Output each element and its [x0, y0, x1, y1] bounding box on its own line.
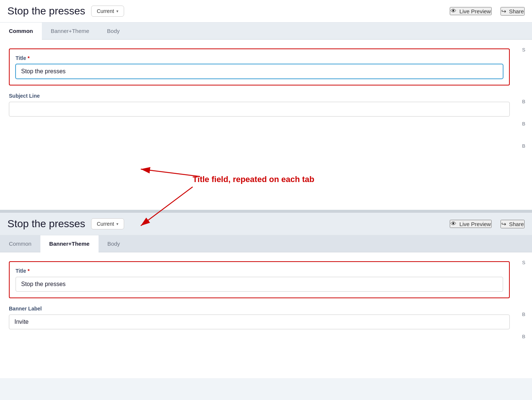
banner-label-group-2: Banner Label	[9, 306, 510, 329]
side-label-b4: B	[522, 312, 525, 317]
header-2: Stop the presses Current ▾ 👁 Live Previe…	[0, 213, 532, 235]
side-label-s2: S	[522, 260, 525, 265]
content-area-2: Title * Banner Label S B B	[0, 252, 532, 378]
arrow-svg	[0, 165, 532, 210]
share-label-1: Share	[509, 8, 524, 14]
tab-body-1[interactable]: Body	[98, 23, 129, 39]
header-1: Stop the presses Current ▾ 👁 Live Previe…	[0, 0, 532, 23]
annotation-label: Title field, repeated on each tab	[193, 175, 314, 184]
tab-common-1[interactable]: Common	[0, 23, 42, 40]
title-label-2: Title *	[16, 268, 503, 274]
share-icon-1: ↪	[501, 8, 506, 15]
live-preview-label-2: Live Preview	[459, 221, 491, 227]
tab-banner-theme-2[interactable]: Banner+Theme	[40, 235, 99, 252]
eye-icon-1: 👁	[450, 8, 456, 14]
title-label-1: Title *	[16, 55, 503, 61]
share-icon-2: ↪	[501, 221, 506, 228]
tabs-1: Common Banner+Theme Body	[0, 23, 532, 40]
svg-line-1	[141, 169, 200, 177]
current-label-2: Current	[97, 221, 114, 227]
side-label-s: S	[522, 47, 525, 53]
banner-label-label-2: Banner Label	[9, 306, 510, 312]
live-preview-label-1: Live Preview	[459, 8, 491, 14]
tabs-2: Common Banner+Theme Body	[0, 235, 532, 252]
subject-line-group-1: Subject Line	[9, 93, 510, 117]
chevron-down-icon-1: ▾	[116, 9, 119, 14]
tab-body-2[interactable]: Body	[99, 235, 129, 252]
required-star-2: *	[28, 268, 30, 274]
header-right-2: 👁 Live Preview ↪ Share	[450, 220, 525, 228]
share-label-2: Share	[509, 221, 524, 227]
panel-2: Stop the presses Current ▾ 👁 Live Previe…	[0, 213, 532, 378]
page-title-1: Stop the presses	[7, 5, 85, 17]
content-area-1: Title * Subject Line S B B B	[0, 40, 532, 165]
live-preview-button-2[interactable]: 👁 Live Preview	[450, 220, 492, 228]
title-input-2[interactable]	[16, 277, 503, 292]
panel-divider	[0, 210, 532, 213]
current-dropdown-1[interactable]: Current ▾	[91, 6, 124, 17]
title-annotation-box-1: Title *	[9, 48, 510, 85]
banner-label-input-2[interactable]	[9, 315, 510, 329]
live-preview-button-1[interactable]: 👁 Live Preview	[450, 7, 492, 15]
annotation-area: Title field, repeated on each tab	[0, 165, 532, 210]
share-button-1[interactable]: ↪ Share	[501, 7, 525, 16]
current-dropdown-2[interactable]: Current ▾	[91, 218, 124, 229]
tab-banner-theme-1[interactable]: Banner+Theme	[42, 23, 98, 39]
required-star-1: *	[28, 55, 30, 61]
subject-line-label-1: Subject Line	[9, 93, 510, 99]
chevron-down-icon-2: ▾	[116, 222, 119, 226]
side-label-b3: B	[522, 143, 525, 149]
annotation-text: Title field, repeated on each tab	[193, 175, 314, 184]
subject-line-input-1[interactable]	[9, 102, 510, 117]
panel-1: Stop the presses Current ▾ 👁 Live Previe…	[0, 0, 532, 165]
title-annotation-box-2: Title *	[9, 261, 510, 298]
side-label-b1: B	[522, 99, 525, 104]
current-label-1: Current	[97, 8, 114, 14]
page-title-2: Stop the presses	[7, 218, 85, 230]
tab-common-2[interactable]: Common	[0, 235, 40, 252]
header-right-1: 👁 Live Preview ↪ Share	[450, 7, 525, 16]
share-button-2[interactable]: ↪ Share	[501, 220, 525, 228]
side-label-b5: B	[522, 334, 525, 339]
title-input-1[interactable]	[16, 64, 503, 79]
eye-icon-2: 👁	[450, 221, 456, 227]
side-label-b2: B	[522, 121, 525, 127]
